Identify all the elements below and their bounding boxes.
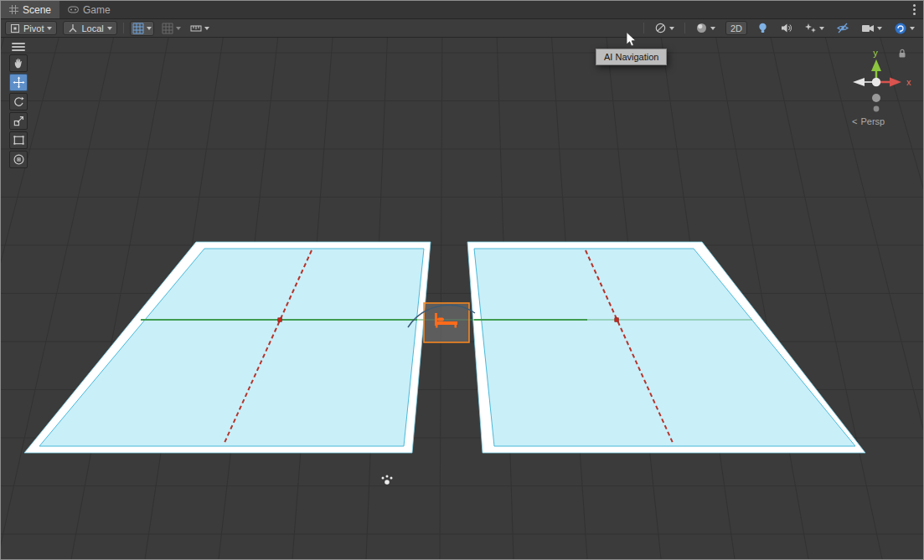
table-left[interactable] xyxy=(24,242,431,453)
pivot-dropdown[interactable]: Pivot xyxy=(5,21,57,35)
local-dropdown[interactable]: Local xyxy=(63,21,116,35)
ai-navigation-toggle[interactable] xyxy=(653,21,676,36)
tab-game[interactable]: Game xyxy=(59,1,119,18)
scene-3d-view[interactable] xyxy=(1,38,923,559)
scene-grid-icon xyxy=(9,5,18,14)
effects-icon xyxy=(804,22,817,34)
rect-tool-button[interactable] xyxy=(9,131,28,149)
neg-y-axis-ball[interactable] xyxy=(872,94,880,102)
lock-icon xyxy=(897,48,907,59)
mouse-cursor-icon xyxy=(626,32,638,52)
z-axis-ball[interactable] xyxy=(874,106,880,112)
chevron-down-icon[interactable] xyxy=(176,27,181,30)
move-tool-button[interactable] xyxy=(9,74,28,91)
visibility-icon xyxy=(836,22,849,34)
hand-tool-button[interactable] xyxy=(9,54,28,72)
toolbar-right-group: 2D xyxy=(643,21,919,36)
projection-label[interactable]: < Persp xyxy=(852,116,885,126)
overlays-dropdown[interactable] xyxy=(892,21,916,36)
y-axis-label: y xyxy=(873,48,878,58)
grid-visibility-toggle[interactable] xyxy=(130,21,154,36)
tool-palette xyxy=(9,41,28,168)
transform-tool-icon xyxy=(13,153,25,166)
scene-visibility-toggle[interactable] xyxy=(834,21,851,36)
shading-mode-icon xyxy=(695,22,708,34)
scene-toolbar: Pivot Local xyxy=(1,19,923,38)
toolbar-separator xyxy=(684,23,685,33)
audio-icon xyxy=(780,22,792,34)
x-axis-label: x xyxy=(906,77,911,87)
gizmo-lock[interactable] xyxy=(897,48,907,59)
grid-snap-toggle[interactable] xyxy=(160,21,183,36)
shading-mode-dropdown[interactable] xyxy=(694,21,717,36)
tab-bar: Scene Game xyxy=(1,1,923,19)
chevron-down-icon[interactable] xyxy=(877,27,882,30)
lightbulb-icon xyxy=(757,22,768,34)
scale-tool-icon xyxy=(13,115,25,127)
table-right[interactable] xyxy=(467,242,865,453)
unity-scene-window: Scene Game Pivot Local xyxy=(0,0,924,560)
snap-increment-toggle[interactable] xyxy=(188,21,211,36)
tab-game-label: Game xyxy=(83,4,111,16)
scene-lighting-toggle[interactable] xyxy=(756,21,770,36)
overlays-icon xyxy=(894,22,907,35)
gizmo-center-ball[interactable] xyxy=(872,78,880,86)
tooltip-text: AI Navigation xyxy=(604,52,658,62)
pivot-icon xyxy=(10,23,20,33)
rotate-tool-button[interactable] xyxy=(9,93,28,110)
tab-scene[interactable]: Scene xyxy=(1,1,59,18)
rect-tool-icon xyxy=(13,134,25,146)
local-axis-icon xyxy=(68,23,78,33)
perspective-grid xyxy=(1,38,923,559)
persp-chevron: < xyxy=(852,116,857,126)
chevron-down-icon[interactable] xyxy=(819,27,824,30)
chevron-down-icon[interactable] xyxy=(147,27,152,30)
neg-x-axis-cone[interactable] xyxy=(853,78,865,86)
chevron-down-icon[interactable] xyxy=(710,27,715,30)
toolbar-separator xyxy=(643,23,644,33)
kebab-menu-icon[interactable] xyxy=(906,1,923,18)
pivot-label: Pivot xyxy=(23,23,44,33)
chevron-down-icon xyxy=(47,27,52,30)
overlay-menu-icon[interactable] xyxy=(9,41,28,53)
scene-audio-toggle[interactable] xyxy=(778,21,794,36)
transform-tool-button[interactable] xyxy=(9,151,28,168)
scene-camera-dropdown[interactable] xyxy=(859,21,884,36)
tab-scene-label: Scene xyxy=(23,4,51,16)
grid-snap-icon xyxy=(162,23,173,34)
camera-icon xyxy=(861,23,875,33)
move-tool-icon xyxy=(13,76,25,89)
chevron-down-icon xyxy=(107,27,112,30)
persp-text: Persp xyxy=(860,116,885,126)
scene-viewport[interactable]: y x < Persp AI Navigation xyxy=(1,38,923,559)
2d-toggle[interactable]: 2D xyxy=(725,21,747,35)
gamepad-icon xyxy=(68,6,79,13)
chevron-down-icon[interactable] xyxy=(204,27,209,30)
scale-tool-button[interactable] xyxy=(9,112,28,130)
rotate-tool-icon xyxy=(13,95,25,108)
local-label: Local xyxy=(81,23,103,33)
chevron-down-icon[interactable] xyxy=(669,27,674,30)
toolbar-separator xyxy=(123,23,124,33)
paw-marker-icon xyxy=(382,475,393,485)
2d-label: 2D xyxy=(730,23,742,33)
chevron-down-icon[interactable] xyxy=(910,27,915,30)
effects-dropdown[interactable] xyxy=(803,21,826,36)
ai-navigation-icon xyxy=(654,22,667,34)
x-axis-cone[interactable] xyxy=(890,78,901,87)
snap-increment-icon xyxy=(190,23,202,34)
hand-tool-icon xyxy=(13,57,25,69)
grid-visibility-icon xyxy=(132,23,144,34)
y-axis-cone[interactable] xyxy=(871,59,881,71)
